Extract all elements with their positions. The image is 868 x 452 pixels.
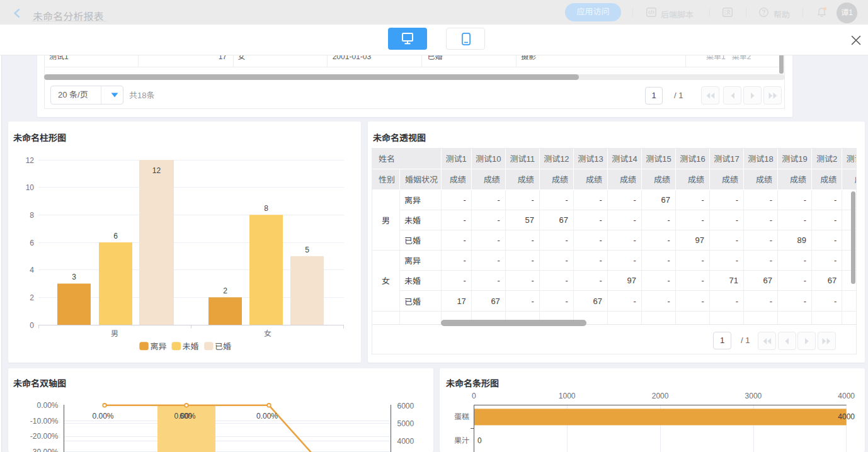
svg-text:4: 4 — [30, 266, 34, 274]
svg-text:-10.00%: -10.00% — [30, 417, 59, 426]
svg-text:4000: 4000 — [838, 412, 855, 421]
svg-text:3000: 3000 — [745, 392, 762, 400]
svg-text:0.00%: 0.00% — [256, 412, 278, 421]
svg-text:0: 0 — [472, 392, 476, 400]
svg-text:-30.00%: -30.00% — [30, 448, 59, 452]
svg-text:2: 2 — [30, 293, 34, 302]
svg-text:3: 3 — [72, 273, 76, 281]
svg-text:12: 12 — [26, 156, 35, 165]
svg-text:600: 600 — [180, 412, 192, 421]
svg-text:10: 10 — [26, 183, 35, 192]
svg-text:0.00%: 0.00% — [92, 412, 113, 421]
svg-text:4000: 4000 — [397, 437, 414, 446]
svg-text:4000: 4000 — [838, 392, 855, 400]
svg-text:8: 8 — [264, 204, 268, 213]
svg-text:女: 女 — [264, 329, 271, 338]
svg-text:2: 2 — [223, 286, 227, 295]
svg-text:5000: 5000 — [397, 419, 414, 428]
svg-text:0: 0 — [30, 321, 34, 330]
svg-text:6000: 6000 — [397, 402, 414, 410]
svg-text:6: 6 — [30, 239, 34, 247]
svg-text:2000: 2000 — [651, 392, 668, 400]
svg-text:1000: 1000 — [558, 392, 575, 400]
svg-text:已婚: 已婚 — [215, 342, 231, 351]
svg-text:0.00%: 0.00% — [37, 401, 58, 410]
svg-text:果汁: 果汁 — [454, 436, 469, 445]
svg-text:男: 男 — [111, 329, 118, 338]
svg-text:6: 6 — [113, 232, 118, 240]
svg-text:蛋糕: 蛋糕 — [454, 412, 469, 421]
svg-text:-20.00%: -20.00% — [30, 432, 59, 441]
svg-text:8: 8 — [30, 211, 34, 220]
svg-text:5: 5 — [305, 246, 309, 254]
svg-text:离异: 离异 — [151, 342, 167, 351]
svg-text:0: 0 — [477, 436, 481, 445]
svg-text:未婚: 未婚 — [183, 342, 199, 351]
svg-text:12: 12 — [152, 166, 161, 175]
